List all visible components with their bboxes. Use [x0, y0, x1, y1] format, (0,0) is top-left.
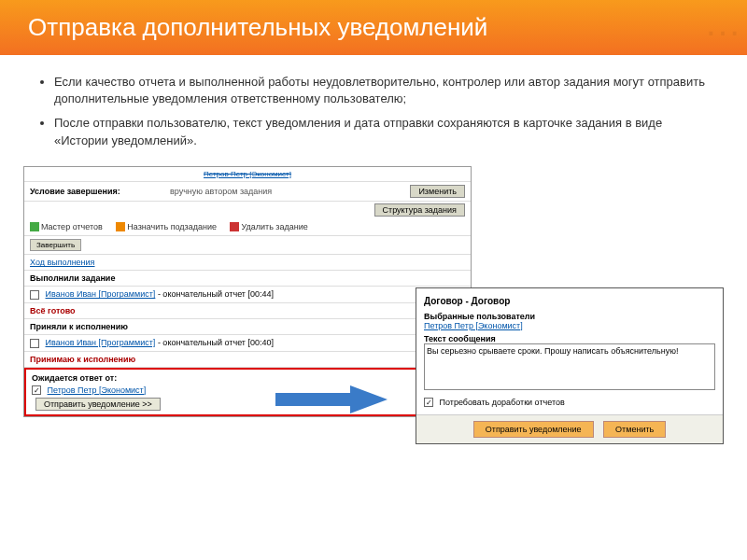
progress-link[interactable]: Ход выполнения: [30, 258, 95, 267]
change-button[interactable]: Изменить: [410, 185, 465, 198]
user-link[interactable]: Иванов Иван [Программист]: [46, 289, 156, 299]
svg-marker-0: [275, 385, 388, 413]
bullet-item: После отправки пользователю, текст уведо…: [54, 115, 710, 148]
condition-value: вручную автором задания: [170, 187, 406, 196]
accept-label: Принимаю к исполнению: [24, 352, 471, 368]
require-rework-label: Потребовать доработки отчетов: [440, 398, 565, 407]
message-label: Текст сообщения: [424, 334, 715, 343]
report-note: - окончательный отчет [00:44]: [158, 289, 274, 299]
bullet-item: Если качество отчета и выполненной работ…: [54, 74, 710, 107]
notification-dialog: Договор - Договор Выбранные пользователи…: [416, 287, 724, 445]
awaiting-highlight: Ожидается ответ от: Петров Петр [Экономи…: [24, 368, 471, 417]
accepted-header: Приняли к исполнению: [24, 319, 471, 335]
report-note: - окончательный отчет [00:40]: [158, 338, 274, 347]
completed-header: Выполнили задание: [24, 271, 471, 287]
checkbox-checked[interactable]: [32, 385, 41, 395]
awaiting-user-link[interactable]: Петров Петр [Экономист]: [48, 385, 147, 395]
finish-tab[interactable]: Завершить: [30, 239, 81, 251]
delete-task-button[interactable]: Удалить задание: [230, 222, 307, 232]
task-card-panel: Петров Петр [Экономист] Условие завершен…: [23, 166, 472, 418]
condition-label: Условие завершения:: [30, 187, 170, 196]
arrow-icon: [275, 385, 388, 413]
reports-wizard-button[interactable]: Мастер отчетов: [30, 222, 103, 232]
message-textarea[interactable]: [424, 343, 715, 390]
checkbox[interactable]: [30, 290, 39, 300]
selected-users-label: Выбранные пользователи: [424, 312, 715, 321]
slide-title: Отправка дополнительных уведомлений: [28, 13, 719, 42]
checkbox[interactable]: [30, 339, 39, 348]
truncated-user-link[interactable]: Петров Петр [Экономист]: [204, 170, 291, 178]
selected-user-link[interactable]: Петров Петр [Экономист]: [424, 321, 715, 330]
dialog-cancel-button[interactable]: Отменить: [603, 421, 666, 438]
slide-header: Отправка дополнительных уведомлений: [0, 0, 747, 55]
delete-icon: [230, 222, 239, 231]
structure-button[interactable]: Структура задания: [374, 203, 465, 217]
send-notification-button[interactable]: Отправить уведомление >>: [35, 398, 161, 411]
watermark: …: [704, 2, 741, 44]
awaiting-label: Ожидается ответ от:: [32, 373, 463, 383]
subtask-icon: [116, 222, 125, 231]
dialog-title: Договор - Договор: [424, 296, 715, 306]
toolbar: Мастер отчетов Назначить подзадание Удал…: [24, 218, 471, 237]
all-ready-label: Всё готово: [24, 303, 471, 319]
slide-content: Если качество отчета и выполненной работ…: [0, 55, 747, 166]
require-rework-checkbox[interactable]: [424, 398, 433, 407]
assign-subtask-button[interactable]: Назначить подзадание: [116, 222, 217, 232]
user-link[interactable]: Иванов Иван [Программист]: [46, 338, 156, 347]
reports-icon: [30, 222, 39, 231]
dialog-send-button[interactable]: Отправить уведомление: [473, 421, 594, 438]
